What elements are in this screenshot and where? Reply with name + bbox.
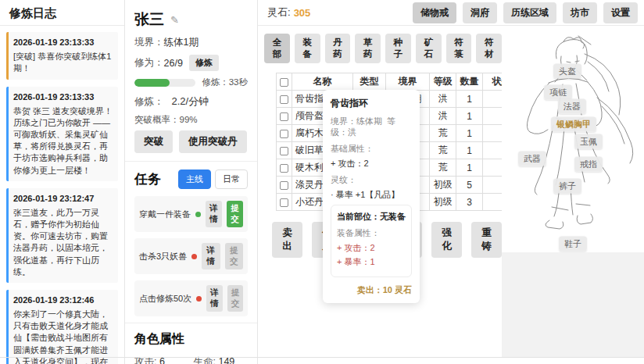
- sell-button[interactable]: 卖出: [272, 222, 302, 258]
- edit-name-icon[interactable]: ✎: [170, 14, 179, 26]
- cultivate-button[interactable]: 修炼: [189, 55, 219, 71]
- realm-label: 境界：: [134, 36, 164, 49]
- inventory-panel: 灵石: 305 储物戒 洞府 历练区域 坊市 设置 全部 装备 丹药 草药 种子…: [258, 0, 644, 364]
- slot-necklace[interactable]: 项链: [544, 85, 572, 100]
- log-entry: 2026-01-19 23:13:33 恭贺 张三 道友突破境界！历练之门已为你…: [6, 87, 118, 181]
- task-row: 击杀3只妖兽 详情 提交: [134, 238, 248, 274]
- column-header-realm: 境界: [386, 73, 430, 91]
- tooltip-compare-box: 当前部位：无装备 装备属性： + 攻击：2 + 暴率：1: [331, 205, 412, 277]
- row-checkbox[interactable]: [280, 95, 288, 104]
- column-header-name: 名称: [292, 73, 353, 91]
- cultivation-label: 修为：: [134, 56, 164, 70]
- tab-daily-tasks[interactable]: 日常: [215, 170, 248, 189]
- realm-value: 练体1期: [164, 36, 199, 49]
- slot-weapon[interactable]: 武器: [518, 152, 546, 166]
- task-name: 击杀3只妖兽: [139, 251, 187, 262]
- cultivation-progress-fill: [134, 79, 170, 87]
- character-panel: 张三 ✎ 境界： 练体1期 修为： 26/9 修炼 修炼：33秒 修炼： 2.2…: [125, 0, 258, 364]
- slot-artifact[interactable]: 法器: [558, 99, 586, 114]
- filter-tab-pills[interactable]: 丹药: [325, 34, 351, 63]
- row-checkbox[interactable]: [280, 164, 288, 173]
- filter-tab-talismans[interactable]: 符箓: [446, 34, 472, 63]
- log-entry-time: 2026-01-19 23:13:33: [13, 37, 113, 48]
- log-entry-text: [突破] 恭喜你突破到练体1期！: [13, 51, 113, 74]
- select-all-checkbox[interactable]: [280, 78, 288, 87]
- use-breakthrough-pill-button[interactable]: 使用突破丹: [179, 130, 247, 153]
- slot-helmet[interactable]: 头盔: [553, 64, 581, 79]
- tab-main-tasks[interactable]: 主线: [178, 170, 211, 189]
- task-incomplete-icon: [196, 296, 202, 302]
- filter-tab-herbs[interactable]: 草药: [355, 34, 381, 63]
- task-row: 点击修炼50次 详情 提交: [134, 280, 248, 316]
- row-checkbox[interactable]: [280, 181, 288, 190]
- nav-settings-button[interactable]: 设置: [603, 2, 638, 23]
- character-name: 张三: [134, 9, 164, 30]
- task-name: 点击修炼50次: [139, 293, 191, 305]
- log-entry-time: 2026-01-19 23:12:46: [13, 294, 113, 306]
- tooltip-item-name: 骨齿指环: [331, 98, 412, 110]
- tooltip-pattern-label: 灵纹：: [331, 174, 412, 185]
- row-checkbox[interactable]: [280, 130, 288, 138]
- slot-jade-pendant[interactable]: 玉佩: [574, 134, 603, 149]
- slot-pants[interactable]: 裤子: [553, 179, 581, 194]
- row-checkbox[interactable]: [280, 198, 288, 207]
- filter-tab-talisman-materials[interactable]: 符材: [476, 34, 502, 63]
- tooltip-sell-price: 卖出：10 灵石: [331, 284, 412, 295]
- enhance-button[interactable]: 强化: [431, 222, 462, 258]
- task-submit-button[interactable]: 提交: [225, 243, 243, 269]
- task-row: 穿戴一件装备 详情 提交: [134, 196, 248, 232]
- column-header-qty: 数量: [456, 73, 483, 91]
- reforge-button[interactable]: 重铸: [471, 222, 502, 258]
- log-entry-text: 恭贺 张三 道友突破境界！历练之门已为你敞开 —— 可御敌斩妖、采集灵矿仙草，将…: [13, 105, 113, 177]
- timer-label: 修炼：: [202, 77, 229, 87]
- inventory-header: 灵石: 305 储物戒 洞府 历练区域 坊市 设置: [258, 0, 644, 26]
- table-header-row: 名称 类型 境界 等级 数量 状态: [277, 73, 521, 91]
- log-entry-time: 2026-01-19 23:13:33: [13, 91, 113, 103]
- figure-area-background: [502, 252, 644, 357]
- slot-shoes[interactable]: 鞋子: [559, 237, 587, 252]
- cultivation-progress-bar: [134, 79, 195, 87]
- task-detail-button[interactable]: 详情: [206, 201, 222, 227]
- filter-tab-ores[interactable]: 矿石: [416, 34, 442, 63]
- item-tooltip: 骨齿指环 境界：练体期等级：洪 基础属性： + 攻击：2 灵纹： · 暴率 +1…: [323, 90, 420, 303]
- filter-tab-equipment[interactable]: 装备: [295, 34, 320, 63]
- attributes-title: 角色属性: [134, 331, 248, 348]
- cultivation-log-panel: 修炼日志 2026-01-19 23:13:33 [突破] 恭喜你突破到练体1期…: [0, 0, 125, 364]
- filter-tab-all[interactable]: 全部: [264, 34, 290, 63]
- spirit-stone-value: 305: [294, 7, 311, 19]
- task-name: 穿戴一件装备: [139, 209, 191, 220]
- task-submit-button[interactable]: 提交: [227, 285, 244, 312]
- spirit-stone-label: 灵石:: [267, 5, 291, 20]
- task-list: 穿戴一件装备 详情 提交 击杀3只妖兽 详情 提交 点击修炼50次 详情 提交: [134, 196, 248, 316]
- task-submit-button[interactable]: 提交: [227, 201, 243, 227]
- tooltip-base-attr-label: 基础属性：: [331, 143, 412, 154]
- tooltip-current-slot: 当前部位：无装备: [337, 211, 406, 222]
- column-header-type: 类型: [353, 73, 386, 91]
- row-checkbox[interactable]: [280, 112, 288, 121]
- tasks-title: 任务: [134, 170, 161, 188]
- task-complete-icon: [195, 212, 201, 217]
- row-checkbox[interactable]: [280, 147, 288, 155]
- nav-market-button[interactable]: 坊市: [563, 2, 597, 23]
- filter-tab-seeds[interactable]: 种子: [385, 34, 411, 63]
- log-entry-list: 2026-01-19 23:13:33 [突破] 恭喜你突破到练体1期！ 202…: [0, 26, 124, 364]
- breakthrough-button[interactable]: 突破: [134, 130, 173, 153]
- nav-storage-ring-button[interactable]: 储物戒: [413, 2, 456, 23]
- log-entry-text: 张三道友，此乃一万灵石，赠予你作为初始仙资。你可速去坊市，购置法器丹药，以固本培…: [13, 207, 113, 278]
- tooltip-pattern-attr: · 暴率 +1【凡品】: [331, 189, 412, 200]
- timer-value: 33秒: [229, 77, 248, 87]
- tooltip-realm: 境界：练体期: [331, 116, 382, 126]
- log-entry-time: 2026-01-19 23:12:47: [13, 193, 113, 205]
- tooltip-equip-attr: + 攻击：2: [337, 242, 406, 253]
- task-detail-button[interactable]: 详情: [202, 243, 220, 269]
- cultivation-value: 26/9: [164, 58, 183, 69]
- nav-cave-button[interactable]: 洞府: [463, 2, 497, 23]
- log-entry: 2026-01-19 23:12:47 张三道友，此乃一万灵石，赠予你作为初始仙…: [6, 188, 118, 283]
- nav-adventure-zone-button[interactable]: 历练区域: [503, 2, 556, 23]
- slot-ring[interactable]: 戒指: [574, 157, 603, 172]
- task-incomplete-icon: [191, 254, 197, 259]
- task-detail-button[interactable]: 详情: [206, 285, 223, 312]
- rate-label: 修炼：: [134, 95, 164, 109]
- column-header-grade: 等级: [430, 73, 456, 91]
- slot-chest-armor[interactable]: 银鳞胸甲: [551, 117, 596, 132]
